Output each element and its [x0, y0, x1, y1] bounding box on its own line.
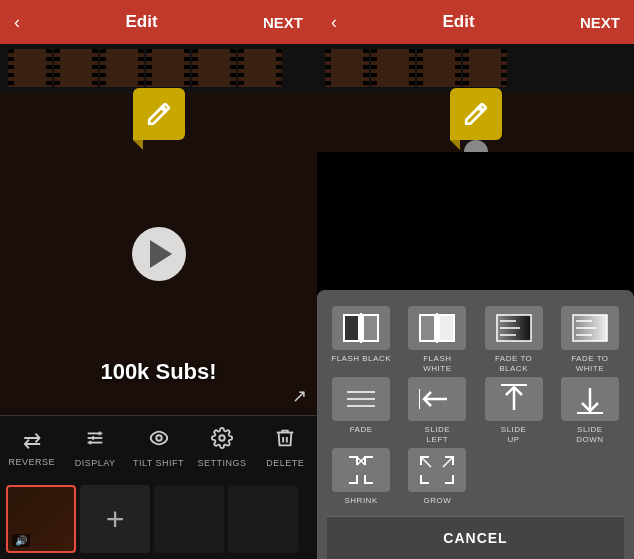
toolbar-item-settings[interactable]: SETTINGS [190, 427, 253, 468]
flash-white-label: FLASHWHITE [423, 354, 451, 373]
toolbar-item-tiltshift[interactable]: TILT SHIFT [127, 427, 190, 468]
edit-icon [146, 101, 172, 127]
toolbar-item-delete[interactable]: DELETE [254, 427, 317, 468]
thumb-add-button[interactable]: + [80, 485, 150, 553]
transition-row-1: FLASH BLACK FLASHWHITE [327, 306, 624, 373]
back-button[interactable]: ‹ [14, 12, 20, 33]
left-panel: ‹ Edit NEXT 100k Subs! ↗ ⇄ REVERSE [0, 0, 317, 559]
transition-slide-down[interactable]: SLIDEDOWN [556, 377, 624, 444]
expand-icon[interactable]: ↗ [292, 385, 307, 407]
toolbar-item-reverse[interactable]: ⇄ REVERSE [0, 428, 63, 467]
left-video-area: 100k Subs! ↗ [0, 92, 317, 415]
right-edit-tag[interactable] [450, 88, 502, 140]
left-header: ‹ Edit NEXT [0, 0, 317, 44]
fade-to-black-icon-box [485, 306, 543, 350]
transition-fade-to-black[interactable]: FADE TOBLACK [480, 306, 548, 373]
thumb-item-2[interactable] [154, 485, 224, 553]
right-header: ‹ Edit NEXT [317, 0, 634, 44]
slide-left-label: SLIDELEFT [425, 425, 451, 444]
svg-rect-11 [420, 315, 435, 341]
right-header-title: Edit [442, 12, 474, 32]
tiltshift-icon [148, 427, 170, 455]
plus-icon: + [106, 501, 125, 538]
svg-rect-8 [344, 315, 359, 341]
transition-flash-black[interactable]: FLASH BLACK [327, 306, 395, 373]
shrink-icon [343, 455, 379, 485]
film-thumb-6 [238, 49, 282, 87]
right-next-button[interactable]: NEXT [580, 14, 620, 31]
slide-left-icon [419, 384, 455, 414]
transition-grow[interactable]: GROW [403, 448, 471, 506]
empty-box-2 [561, 448, 619, 492]
toolbar-label-reverse: REVERSE [8, 457, 55, 467]
video-caption: 100k Subs! [100, 359, 216, 385]
shrink-label: SHRINK [345, 496, 378, 506]
shrink-icon-box [332, 448, 390, 492]
flash-black-icon [343, 313, 379, 343]
edit-tag[interactable] [133, 88, 185, 140]
play-button[interactable] [132, 227, 186, 281]
fade-to-white-icon-box [561, 306, 619, 350]
thumb-strip: 🔊 + [0, 479, 317, 559]
transition-row-2: FADE SLIDELEFT [327, 377, 624, 444]
right-film-thumb-3 [417, 49, 461, 87]
svg-point-7 [219, 435, 225, 441]
flash-black-icon-box [332, 306, 390, 350]
right-filmstrip [317, 44, 634, 92]
transition-modal: FLASH BLACK FLASHWHITE [317, 290, 634, 559]
svg-point-6 [156, 435, 162, 441]
fade-to-white-icon [572, 313, 608, 343]
left-filmstrip [0, 44, 317, 92]
fade-icon [343, 384, 379, 414]
right-panel: ‹ Edit NEXT [317, 0, 634, 559]
settings-icon [211, 427, 233, 455]
right-film-thumb-1 [325, 49, 369, 87]
transition-flash-white[interactable]: FLASHWHITE [403, 306, 471, 373]
transition-empty2 [556, 448, 624, 506]
right-film-thumb-4 [463, 49, 507, 87]
fade-icon-box [332, 377, 390, 421]
sound-badge: 🔊 [12, 534, 30, 547]
flash-white-icon [419, 313, 455, 343]
film-thumb-3 [100, 49, 144, 87]
thumb-item-3[interactable] [228, 485, 298, 553]
right-back-button[interactable]: ‹ [331, 12, 337, 33]
grow-icon-box [408, 448, 466, 492]
transition-row-3: SHRINK GROW [327, 448, 624, 506]
transition-fade-to-white[interactable]: FADE TOWHITE [556, 306, 624, 373]
slide-down-icon-box [561, 377, 619, 421]
cancel-text: CANCEL [443, 530, 507, 546]
toolbar-label-tiltshift: TILT SHIFT [133, 458, 184, 468]
svg-rect-9 [363, 315, 378, 341]
transition-shrink[interactable]: SHRINK [327, 448, 395, 506]
toolbar-label-display: DISPLAY [75, 458, 116, 468]
fade-to-black-label: FADE TOBLACK [495, 354, 532, 373]
right-film-thumb-2 [371, 49, 415, 87]
grow-icon [419, 455, 455, 485]
left-toolbar: ⇄ REVERSE DISPLAY [0, 415, 317, 479]
slide-up-label: SLIDEUP [501, 425, 527, 444]
delete-icon [274, 427, 296, 455]
right-edit-icon [463, 101, 489, 127]
cancel-bar[interactable]: CANCEL [327, 516, 624, 559]
film-thumb-1 [8, 49, 52, 87]
thumb-item-1[interactable]: 🔊 [6, 485, 76, 553]
transition-slide-up[interactable]: SLIDEUP [480, 377, 548, 444]
left-next-button[interactable]: NEXT [263, 14, 303, 31]
transition-slide-left[interactable]: SLIDELEFT [403, 377, 471, 444]
display-icon [84, 427, 106, 455]
slide-up-icon-box [485, 377, 543, 421]
svg-rect-12 [439, 315, 454, 341]
flash-white-icon-box [408, 306, 466, 350]
fade-to-white-label: FADE TOWHITE [571, 354, 608, 373]
film-thumb-2 [54, 49, 98, 87]
transition-fade[interactable]: FADE [327, 377, 395, 444]
toolbar-item-display[interactable]: DISPLAY [63, 427, 126, 468]
left-header-title: Edit [125, 12, 157, 32]
slide-up-icon [496, 384, 532, 414]
slide-left-icon-box [408, 377, 466, 421]
slide-down-label: SLIDEDOWN [576, 425, 603, 444]
film-thumb-5 [192, 49, 236, 87]
toolbar-label-settings: SETTINGS [197, 458, 246, 468]
svg-line-34 [443, 457, 453, 467]
